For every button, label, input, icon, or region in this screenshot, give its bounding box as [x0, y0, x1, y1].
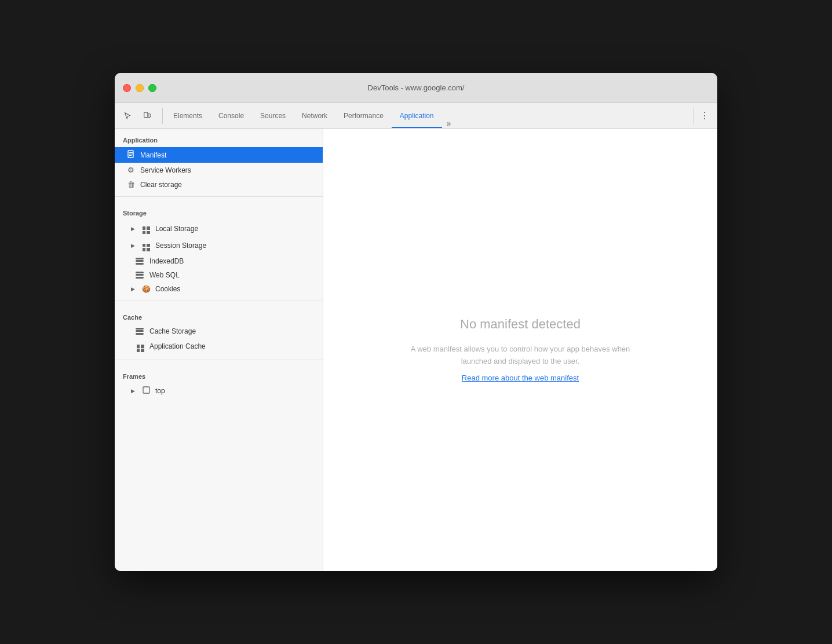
main-content: Application Manifest ⚙ — [115, 129, 717, 571]
trash-icon: 🗑 — [126, 180, 136, 189]
sidebar-item-web-sql[interactable]: Web SQL — [115, 268, 323, 282]
sidebar-section-cache: Cache Cache Storage Application Cache — [115, 306, 323, 355]
content-area: No manifest detected A web manifest allo… — [323, 129, 717, 571]
no-manifest-description: A web manifest allows you to control how… — [399, 343, 642, 368]
db-icon-cache-storage — [136, 327, 145, 335]
svg-rect-1 — [148, 114, 151, 117]
svg-rect-0 — [144, 112, 148, 117]
sidebar-item-manifest-label: Manifest — [140, 151, 166, 159]
close-button[interactable] — [123, 84, 131, 92]
sidebar-item-session-storage-label: Session Storage — [155, 241, 206, 250]
toolbar-divider — [162, 108, 163, 124]
gear-icon: ⚙ — [126, 166, 136, 174]
sidebar-header-cache: Cache — [115, 306, 323, 324]
sidebar-item-service-workers[interactable]: ⚙ Service Workers — [115, 163, 323, 177]
divider-1 — [115, 196, 323, 197]
db-icon-indexeddb — [136, 257, 145, 265]
kebab-menu-button[interactable]: ⋮ — [696, 108, 713, 124]
grid-icon-session-storage — [141, 240, 151, 251]
sidebar-section-frames: Frames ▶ top — [115, 365, 323, 398]
sidebar-item-indexeddb[interactable]: IndexedDB — [115, 254, 323, 268]
no-manifest-link[interactable]: Read more about the web manifest — [462, 374, 579, 382]
sidebar-item-cache-storage-label: Cache Storage — [149, 327, 196, 335]
device-toolbar-button[interactable] — [139, 108, 155, 124]
no-manifest-title: No manifest detected — [399, 317, 642, 332]
toolbar: Elements Console Sources Network Perform… — [115, 103, 717, 129]
sidebar-item-web-sql-label: Web SQL — [149, 271, 180, 279]
sidebar-header-storage: Storage — [115, 202, 323, 220]
sidebar-item-clear-storage[interactable]: 🗑 Clear storage — [115, 177, 323, 192]
sidebar-item-application-cache-label: Application Cache — [149, 342, 206, 350]
svg-rect-6 — [143, 387, 149, 393]
sidebar-item-indexeddb-label: IndexedDB — [149, 257, 184, 265]
sidebar-item-cookies-label: Cookies — [155, 285, 180, 293]
toolbar-icons — [115, 108, 160, 124]
inspect-element-button[interactable] — [119, 108, 136, 124]
tab-elements[interactable]: Elements — [165, 103, 210, 128]
cursor-icon — [123, 112, 132, 120]
sidebar-section-application: Application Manifest ⚙ — [115, 129, 323, 192]
divider-2 — [115, 301, 323, 301]
grid-icon-local-storage — [141, 223, 151, 234]
sidebar-item-cookies[interactable]: ▶ 🍪 Cookies — [115, 282, 323, 296]
sidebar: Application Manifest ⚙ — [115, 129, 323, 571]
sidebar-header-application: Application — [115, 129, 323, 147]
maximize-button[interactable] — [148, 84, 156, 92]
title-bar: DevTools - www.google.com/ — [115, 73, 717, 103]
tab-sources[interactable]: Sources — [252, 103, 294, 128]
sidebar-header-frames: Frames — [115, 365, 323, 383]
doc-icon — [126, 150, 136, 160]
more-tabs-button[interactable]: » — [442, 119, 456, 128]
window-title: DevTools - www.google.com/ — [368, 83, 465, 92]
sidebar-item-top-frame-label: top — [155, 387, 165, 395]
sidebar-section-storage: Storage ▶ Local Storage ▶ Session Storag… — [115, 202, 323, 296]
minimize-button[interactable] — [136, 84, 144, 92]
traffic-lights — [123, 84, 156, 92]
tab-performance[interactable]: Performance — [335, 103, 392, 128]
sidebar-item-session-storage[interactable]: ▶ Session Storage — [115, 237, 323, 254]
tab-network[interactable]: Network — [294, 103, 335, 128]
tab-console[interactable]: Console — [210, 103, 252, 128]
toolbar-right-divider — [694, 108, 694, 124]
cookie-icon: 🍪 — [141, 285, 151, 293]
toolbar-right: ⋮ — [691, 108, 717, 124]
sidebar-item-clear-storage-label: Clear storage — [140, 181, 182, 189]
expand-arrow-local-storage: ▶ — [131, 226, 137, 232]
sidebar-item-local-storage-label: Local Storage — [155, 225, 198, 233]
tab-application[interactable]: Application — [392, 103, 442, 128]
expand-arrow-cookies: ▶ — [131, 286, 137, 292]
sidebar-item-local-storage[interactable]: ▶ Local Storage — [115, 220, 323, 237]
tabs-list: Elements Console Sources Network Perform… — [165, 103, 691, 128]
grid-icon-app-cache — [136, 341, 145, 352]
sidebar-item-service-workers-label: Service Workers — [140, 166, 191, 174]
sidebar-item-top-frame[interactable]: ▶ top — [115, 383, 323, 398]
devtools-window: DevTools - www.google.com/ Elements — [115, 73, 717, 571]
expand-arrow-top-frame: ▶ — [131, 388, 137, 394]
sidebar-item-application-cache[interactable]: Application Cache — [115, 338, 323, 355]
divider-3 — [115, 360, 323, 360]
sidebar-item-cache-storage[interactable]: Cache Storage — [115, 324, 323, 338]
no-manifest-panel: No manifest detected A web manifest allo… — [399, 317, 642, 383]
db-icon-websql — [136, 271, 145, 279]
expand-arrow-session-storage: ▶ — [131, 243, 137, 248]
frame-icon — [141, 386, 151, 396]
sidebar-item-manifest[interactable]: Manifest — [115, 147, 323, 163]
device-icon — [143, 112, 151, 120]
